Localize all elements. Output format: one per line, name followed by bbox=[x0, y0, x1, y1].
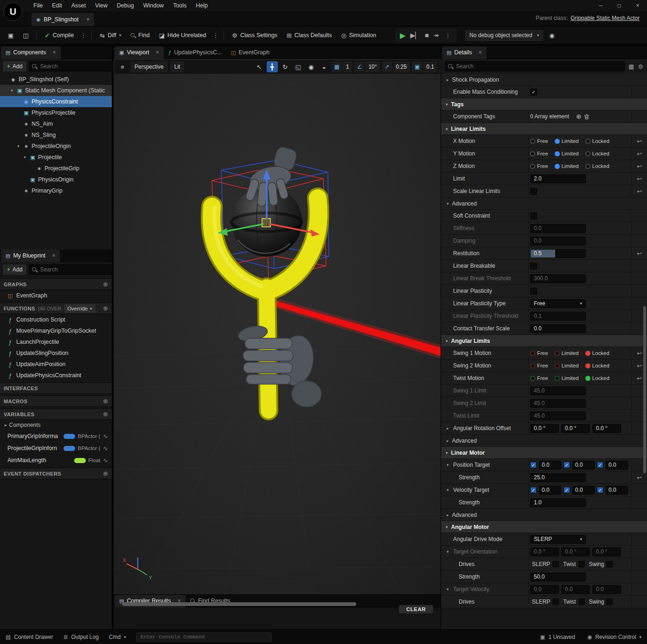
section-expander-icon[interactable]: ▾ bbox=[446, 339, 448, 343]
radio-locked[interactable]: Locked bbox=[585, 363, 609, 368]
value-input[interactable]: 45.0 bbox=[530, 386, 586, 395]
drive-checkbox[interactable] bbox=[552, 599, 559, 605]
group-expander-icon[interactable]: ▸ bbox=[447, 438, 449, 443]
details-section-linear-limits[interactable]: ▾Linear Limits bbox=[441, 123, 647, 135]
section-expander-icon[interactable]: ▾ bbox=[446, 451, 448, 455]
tab-bp-slingshot[interactable]: ◈ BP_Slingshot × bbox=[32, 13, 94, 26]
function-moveprimarygriptogripsocket[interactable]: ƒMovePrimaryGripToGripSocket bbox=[0, 325, 112, 336]
row-expander-icon[interactable]: ▾ bbox=[447, 587, 449, 592]
details-scrollbar[interactable] bbox=[643, 74, 646, 627]
compile-button[interactable]: ✓ Compile bbox=[41, 28, 78, 42]
perspective-dropdown[interactable]: Perspective bbox=[130, 61, 168, 72]
dropdown[interactable]: SLERP▾ bbox=[530, 535, 586, 544]
my-blueprint-search[interactable] bbox=[29, 264, 112, 275]
value-input[interactable]: 1.0 bbox=[530, 498, 586, 507]
class-defaults-button[interactable]: ⊞ Class Defaults bbox=[282, 28, 336, 42]
details-section-linear-motor[interactable]: ▾Linear Motor bbox=[441, 447, 647, 459]
vector-input[interactable]: 0.0 bbox=[539, 461, 561, 470]
component-projectileorigin[interactable]: ▾∗ProjectileOrigin bbox=[0, 141, 112, 152]
grid-view-icon[interactable]: ▦ bbox=[628, 63, 634, 70]
tab-my-blueprint[interactable]: ▤ My Blueprint × bbox=[1, 250, 60, 262]
menu-asset[interactable]: Asset bbox=[67, 0, 90, 11]
value-input[interactable]: 45.0 bbox=[530, 412, 586, 420]
radio-limited[interactable]: Limited bbox=[555, 375, 579, 381]
value-input[interactable]: 0.0 bbox=[530, 224, 586, 233]
function-updateaimposition[interactable]: ƒUpdateAimPosition bbox=[0, 359, 112, 370]
details-section-angular-motor[interactable]: ▾Angular Motor bbox=[441, 521, 647, 533]
console-command-input[interactable] bbox=[141, 634, 268, 640]
radio-free[interactable]: Free bbox=[530, 138, 548, 144]
play-button[interactable]: ▶ bbox=[400, 31, 405, 40]
rotate-tool-icon[interactable]: ↻ bbox=[280, 61, 291, 72]
function-construction-script[interactable]: ƒConstruction Script bbox=[0, 314, 112, 325]
minimize-button[interactable]: ─ bbox=[591, 0, 610, 11]
save-button[interactable]: ▣ bbox=[4, 28, 18, 42]
value-input[interactable]: 2.0 bbox=[530, 174, 586, 183]
vector-input[interactable]: 0.0 ° bbox=[530, 547, 559, 556]
row-expander-icon[interactable]: ▸ bbox=[447, 426, 449, 431]
function-updateslingposition[interactable]: ƒUpdateSlingPosition bbox=[0, 348, 112, 359]
radio-locked[interactable]: Locked bbox=[585, 350, 609, 356]
drive-checkbox[interactable] bbox=[578, 599, 585, 605]
console-command-field[interactable] bbox=[136, 632, 272, 642]
menu-edit[interactable]: Edit bbox=[47, 0, 67, 11]
radio-locked[interactable]: Locked bbox=[585, 151, 609, 156]
value-input[interactable]: 300.0 bbox=[530, 274, 586, 283]
value-input[interactable]: 25.0 bbox=[530, 473, 586, 482]
close-icon[interactable]: × bbox=[52, 49, 56, 56]
drive-checkbox[interactable] bbox=[552, 561, 559, 567]
axis-checkbox[interactable]: ✓ bbox=[530, 487, 537, 493]
vector-input[interactable]: 0.0 bbox=[592, 585, 621, 594]
trash-icon[interactable] bbox=[584, 114, 589, 120]
hide-unrelated-button[interactable]: ◪ Hide Unrelated bbox=[155, 28, 211, 42]
compile-options-icon[interactable]: ⋮ bbox=[79, 32, 88, 39]
reset-to-default-icon[interactable]: ↩ bbox=[637, 250, 642, 257]
vector-input[interactable]: 0.0 ° bbox=[561, 424, 590, 433]
eventgraph-item[interactable]: ◫ EventGraph bbox=[0, 290, 112, 301]
drive-checkbox[interactable] bbox=[606, 561, 613, 567]
details-group-advanced-35[interactable]: ▸Advanced bbox=[441, 509, 647, 521]
horizontal-scrollbar[interactable] bbox=[122, 602, 356, 606]
section-expander-icon[interactable]: ▾ bbox=[446, 102, 448, 107]
radio-locked[interactable]: Locked bbox=[585, 138, 609, 144]
content-drawer-button[interactable]: ▤ Content Drawer bbox=[6, 634, 53, 640]
close-icon[interactable]: × bbox=[156, 49, 159, 56]
tree-expander-icon[interactable]: ▾ bbox=[22, 155, 27, 160]
close-icon[interactable]: × bbox=[52, 252, 55, 259]
macros-section-header[interactable]: MACROS ⊕ bbox=[0, 395, 112, 407]
hide-unrelated-options-icon[interactable]: ⋮ bbox=[211, 32, 220, 39]
details-search[interactable] bbox=[445, 61, 625, 71]
group-expander-icon[interactable]: ▾ bbox=[447, 201, 449, 206]
reset-to-default-icon[interactable]: ↩ bbox=[637, 474, 642, 481]
checkbox[interactable] bbox=[530, 263, 537, 270]
component-bp-slingshot-self[interactable]: ◈BP_Slingshot (Self) bbox=[0, 74, 112, 85]
frame-skip-button[interactable]: ▶▏ bbox=[410, 32, 420, 39]
axis-checkbox[interactable]: ✓ bbox=[564, 462, 570, 468]
rotation-snap-control[interactable]: ∠ 10° bbox=[354, 61, 380, 72]
component-static-mesh-component-static[interactable]: ▾▣Static Mesh Component (Static bbox=[0, 85, 112, 96]
close-button[interactable]: × bbox=[628, 0, 647, 11]
clear-button[interactable]: CLEAR bbox=[399, 605, 433, 613]
unreal-logo-icon[interactable]: U bbox=[4, 2, 22, 21]
reset-to-default-icon[interactable]: ↩ bbox=[637, 362, 642, 369]
details-group-advanced-29[interactable]: ▸Advanced bbox=[441, 435, 647, 447]
radio-locked[interactable]: Locked bbox=[585, 375, 609, 381]
radio-free[interactable]: Free bbox=[530, 363, 548, 368]
vector-input[interactable]: 0.0 bbox=[561, 585, 590, 594]
group-expander-icon[interactable]: ▸ bbox=[447, 513, 449, 517]
component-projectile[interactable]: ▾▣Projectile bbox=[0, 152, 112, 163]
details-search-input[interactable] bbox=[456, 63, 621, 70]
vector-input[interactable]: 0.0 ° bbox=[530, 424, 559, 433]
component-physicsorigin[interactable]: ▣PhysicsOrigin bbox=[0, 174, 112, 185]
variable-primarygripinforma[interactable]: PrimaryGripInformaBPActor (∿ bbox=[0, 430, 112, 442]
reset-to-default-icon[interactable]: ↩ bbox=[637, 138, 642, 145]
menu-tools[interactable]: Tools bbox=[168, 0, 191, 11]
axis-checkbox[interactable]: ✓ bbox=[597, 487, 603, 493]
override-dropdown[interactable]: Override ▾ bbox=[64, 304, 96, 313]
grid-snap-control[interactable]: ▦ 1 bbox=[332, 61, 352, 72]
drive-checkbox[interactable] bbox=[606, 599, 613, 605]
simulation-button[interactable]: ◎ Simulation bbox=[337, 28, 380, 42]
surface-snap-icon[interactable]: ◒ bbox=[319, 61, 330, 72]
row-expander-icon[interactable]: ▾ bbox=[447, 488, 449, 492]
move-tool-icon[interactable]: ╋ bbox=[267, 61, 278, 72]
